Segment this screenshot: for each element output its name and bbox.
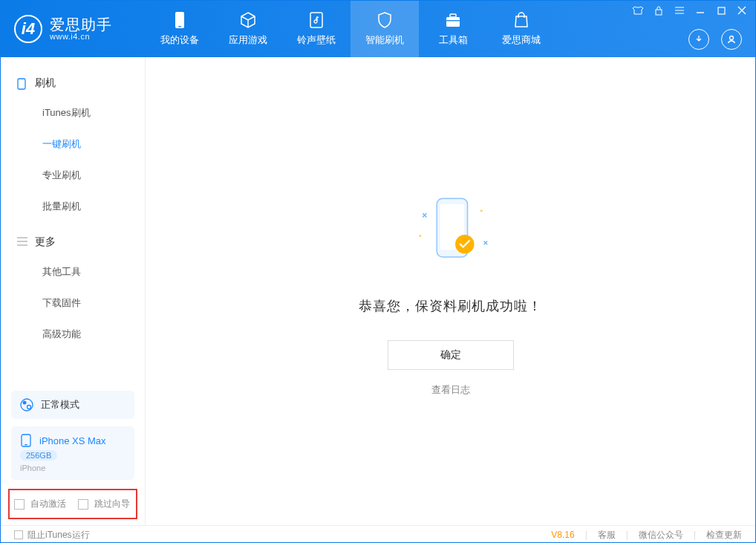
support-link[interactable]: 客服 [598,529,616,542]
svg-rect-14 [25,444,27,445]
sidebar-item-other-tools[interactable]: 其他工具 [1,256,145,287]
phone-outline-icon [17,78,27,88]
mode-label: 正常模式 [41,398,79,412]
bag-icon [512,11,530,29]
logo: i4 爱思助手 www.i4.cn [1,15,146,43]
menu-icon[interactable] [674,5,685,16]
device-card[interactable]: iPhone XS Max 256GB iPhone [11,426,134,480]
toolbox-icon [444,11,462,29]
version-label: V8.16 [551,530,574,540]
tab-toolbox[interactable]: 工具箱 [419,1,487,57]
maximize-icon[interactable] [715,5,727,16]
footer: 阻止iTunes运行 V8.16 | 客服 | 微信公众号 | 检查更新 [1,525,755,543]
sidebar-item-oneclick-flash[interactable]: 一键刷机 [1,129,145,160]
option-label: 自动激活 [30,498,66,510]
tab-label: 工具箱 [439,33,468,47]
svg-point-8 [730,36,734,40]
section-flash: 刷机 [1,69,145,97]
wechat-link[interactable]: 微信公众号 [639,529,683,542]
section-title: 更多 [35,235,56,249]
success-illustration [406,186,495,275]
svg-rect-4 [450,14,456,17]
user-icon[interactable] [721,29,742,50]
tab-label: 我的设备 [160,33,199,47]
logo-icon: i4 [14,15,42,43]
view-log-link[interactable]: 查看日志 [431,383,470,397]
mode-icon [20,398,33,412]
option-label: 跳过向导 [94,498,130,510]
app-name: 爱思助手 [50,17,112,32]
tab-flash[interactable]: 智能刷机 [351,1,419,57]
device-type: iPhone [20,464,126,472]
svg-rect-5 [446,20,460,22]
svg-point-16 [480,209,482,212]
tab-my-device[interactable]: 我的设备 [146,1,214,57]
options-highlight: 自动激活 跳过向导 [8,489,137,519]
cube-icon [239,11,257,29]
sidebar-item-batch-flash[interactable]: 批量刷机 [1,191,145,222]
main-content: 恭喜您，保资料刷机成功啦！ 确定 查看日志 [146,57,755,525]
svg-point-15 [419,235,421,237]
phone-icon [171,11,189,29]
mode-indicator[interactable]: 正常模式 [11,391,134,419]
svg-rect-3 [446,17,460,27]
svg-point-12 [27,406,31,409]
main-tabs: 我的设备 应用游戏 铃声壁纸 智能刷机 工具箱 爱思商城 [146,1,555,57]
minimize-icon[interactable] [694,5,706,16]
tshirt-icon[interactable] [632,5,644,16]
sidebar: 刷机 iTunes刷机 一键刷机 专业刷机 批量刷机 更多 其他工具 下载固件 … [1,57,146,525]
svg-rect-1 [178,26,181,27]
sidebar-item-advanced[interactable]: 高级功能 [1,319,145,350]
section-more: 更多 [1,228,145,256]
check-update-link[interactable]: 检查更新 [706,529,742,542]
device-storage-badge: 256GB [20,450,57,461]
section-title: 刷机 [35,77,56,90]
shield-icon [376,11,394,29]
tab-store[interactable]: 爱思商城 [487,1,555,57]
tab-label: 应用游戏 [229,33,267,47]
success-message: 恭喜您，保资料刷机成功啦！ [359,297,542,315]
checkbox-auto-activate[interactable] [14,499,25,510]
sidebar-item-download-firmware[interactable]: 下载固件 [1,287,145,319]
tab-label: 铃声壁纸 [297,33,336,47]
app-url: www.i4.cn [50,32,112,41]
svg-rect-6 [656,10,662,15]
sidebar-item-itunes-flash[interactable]: iTunes刷机 [1,97,145,129]
music-file-icon [307,11,325,29]
svg-rect-9 [18,79,25,89]
block-itunes-label: 阻止iTunes运行 [27,529,90,542]
lock-icon[interactable] [653,5,665,16]
window-controls [632,5,748,16]
tab-ringtones[interactable]: 铃声壁纸 [282,1,351,57]
tab-apps[interactable]: 应用游戏 [214,1,282,57]
svg-point-10 [21,399,33,411]
tab-label: 爱思商城 [502,33,541,47]
close-icon[interactable] [736,5,748,16]
checkbox-block-itunes[interactable] [14,530,23,539]
download-icon[interactable] [688,29,709,50]
svg-rect-7 [718,7,725,14]
header-actions [688,29,742,50]
app-header: i4 爱思助手 www.i4.cn 我的设备 应用游戏 铃声壁纸 智能刷机 工具… [1,1,755,57]
checkbox-skip-guide[interactable] [78,499,88,510]
list-icon [17,237,27,247]
svg-rect-0 [175,12,184,28]
svg-point-11 [23,401,27,405]
confirm-button[interactable]: 确定 [388,340,514,370]
sidebar-item-pro-flash[interactable]: 专业刷机 [1,160,145,191]
device-icon [20,434,32,447]
device-name: iPhone XS Max [39,435,106,446]
tab-label: 智能刷机 [365,33,404,47]
